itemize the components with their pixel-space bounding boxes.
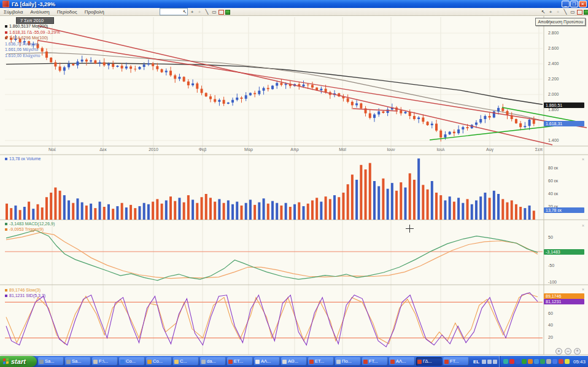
zoom-out-button[interactable]: – bbox=[565, 348, 571, 355]
volume-axis-tick: 80 εκ bbox=[548, 166, 558, 171]
volume-bar bbox=[298, 203, 300, 220]
pen-icon[interactable] bbox=[482, 360, 486, 364]
taskbar-button-13[interactable]: FT... bbox=[362, 357, 388, 366]
candlestick bbox=[107, 64, 110, 66]
stoch-axis-tick: 20 bbox=[548, 335, 553, 340]
minimize-button[interactable]: _ bbox=[562, 1, 570, 7]
tray-icon-3[interactable] bbox=[516, 359, 520, 364]
taskbar-button-10[interactable]: ΑΘ... bbox=[281, 357, 307, 366]
frame-icon[interactable] bbox=[577, 10, 582, 15]
pointer-icon[interactable]: ↖ bbox=[540, 9, 546, 15]
x-axis-month-tick: 2010 bbox=[149, 147, 158, 152]
taskbar-button-icon bbox=[228, 360, 233, 364]
zoom-in-button[interactable]: + bbox=[574, 348, 581, 355]
frame-icon[interactable] bbox=[219, 10, 224, 15]
save-template-icon[interactable] bbox=[584, 10, 588, 15]
close-button[interactable]: ✕ bbox=[579, 1, 587, 7]
candlestick bbox=[493, 112, 495, 118]
x-axis-month-tick: Ιουν bbox=[387, 147, 395, 152]
red-trendline-2[interactable] bbox=[38, 41, 587, 128]
tray-icon-9[interactable] bbox=[552, 359, 557, 364]
taskbar-button-15[interactable]: ΓΔ... bbox=[416, 357, 442, 366]
volume-bar bbox=[23, 207, 26, 220]
trendline-icon[interactable]: ╲ bbox=[562, 9, 568, 15]
tray-icon-8[interactable] bbox=[546, 359, 551, 364]
tray-icon-7[interactable] bbox=[540, 359, 545, 364]
tray-icon-11[interactable] bbox=[565, 359, 570, 364]
menu-2[interactable]: Ανάλυση bbox=[26, 9, 53, 15]
text-box-icon[interactable]: ▭ bbox=[570, 9, 576, 15]
volume-bar bbox=[271, 201, 274, 220]
volume-bar bbox=[76, 198, 79, 220]
candlestick bbox=[174, 75, 176, 79]
taskbar-button-14[interactable]: ΑΛ... bbox=[389, 357, 415, 366]
lock-icon[interactable]: • bbox=[555, 348, 562, 355]
taskbar-button-12[interactable]: Πο... bbox=[335, 357, 361, 366]
crosshair-icon[interactable]: + bbox=[555, 9, 561, 15]
pointer-icon[interactable]: ↖ bbox=[182, 9, 188, 15]
pane-close-icon[interactable]: × bbox=[582, 287, 584, 292]
text-box-icon[interactable]: ▭ bbox=[211, 9, 217, 15]
x-axis-month-tick: Μαϊ bbox=[339, 147, 346, 152]
tray-icon-1[interactable] bbox=[503, 359, 508, 364]
candlestick bbox=[303, 85, 305, 87]
volume-bar bbox=[431, 181, 433, 220]
add-indicator-icon[interactable]: + bbox=[547, 9, 554, 15]
volume-bar bbox=[280, 206, 282, 220]
taskbar-button-2[interactable]: Sa... bbox=[65, 357, 91, 366]
taskbar-button-4[interactable]: Co... bbox=[119, 357, 145, 366]
legend-bullet bbox=[5, 37, 7, 39]
taskbar-button-11[interactable]: ΕΤ... bbox=[308, 357, 334, 366]
volume-bar bbox=[475, 201, 478, 220]
menu-3[interactable]: Περίοδος bbox=[53, 9, 81, 15]
trendline-icon[interactable]: ╲ bbox=[204, 9, 210, 15]
legend-bullet bbox=[5, 31, 7, 34]
volume-bar bbox=[506, 203, 508, 220]
taskbar-clock: 05:43 bbox=[573, 359, 586, 365]
volume-bar bbox=[333, 195, 336, 220]
taskbar-button-8[interactable]: ET... bbox=[227, 357, 253, 366]
save-template-icon[interactable] bbox=[225, 10, 230, 15]
candlestick bbox=[72, 64, 74, 66]
taskbar-button-6[interactable]: C... bbox=[173, 357, 199, 366]
volume-bar bbox=[223, 203, 225, 220]
volume-bar bbox=[253, 205, 256, 220]
menu-4[interactable]: Προβολή bbox=[81, 9, 108, 15]
taskbar-button-7[interactable]: da... bbox=[200, 357, 226, 366]
crosshair-icon[interactable]: + bbox=[196, 9, 203, 15]
tray-icon-4[interactable] bbox=[522, 359, 527, 364]
taskbar-button-1[interactable]: Sa... bbox=[38, 357, 64, 366]
add-indicator-icon[interactable]: + bbox=[189, 9, 195, 15]
candlestick bbox=[377, 112, 380, 115]
candlestick bbox=[355, 103, 358, 105]
volume-bar bbox=[373, 181, 376, 220]
volume-bar bbox=[276, 203, 278, 220]
pane-close-icon[interactable]: × bbox=[582, 157, 584, 161]
taskbar-button-5[interactable]: Co... bbox=[146, 357, 172, 366]
restore-button[interactable]: ❐ bbox=[570, 1, 578, 7]
tray-icon-10[interactable] bbox=[559, 359, 563, 364]
display-icon[interactable] bbox=[487, 360, 492, 364]
taskbar-button-9[interactable]: ΑΛ... bbox=[254, 357, 280, 366]
candlestick bbox=[240, 98, 242, 99]
taskbar-button-16[interactable]: FT... bbox=[443, 357, 469, 366]
tray-icon-2[interactable] bbox=[509, 359, 514, 364]
chart-area: 7 Σεπ 2010 Αποθήκευση Προτύπου 2.8002.60… bbox=[0, 16, 588, 356]
taskbar-quick-icons bbox=[482, 360, 497, 364]
tray-icon-6[interactable] bbox=[534, 359, 539, 364]
taskbar-button-label: Sa... bbox=[45, 357, 54, 366]
help-icon[interactable] bbox=[493, 360, 497, 364]
red-trendline-1[interactable] bbox=[38, 26, 552, 145]
volume-bar bbox=[50, 193, 52, 220]
menu-1[interactable]: Σύμβολα bbox=[0, 9, 26, 15]
tray-icon-5[interactable] bbox=[528, 359, 533, 364]
start-button[interactable]: start bbox=[0, 356, 37, 367]
candlestick bbox=[533, 120, 535, 124]
pane-close-icon[interactable]: × bbox=[582, 223, 584, 228]
taskbar-button-icon bbox=[417, 360, 422, 364]
candlestick bbox=[139, 67, 141, 69]
language-indicator[interactable]: EL bbox=[473, 359, 479, 365]
taskbar-button-3[interactable]: F:\... bbox=[92, 357, 118, 366]
volume-bar bbox=[10, 208, 12, 220]
taskbar-button-label: FT... bbox=[450, 357, 459, 366]
